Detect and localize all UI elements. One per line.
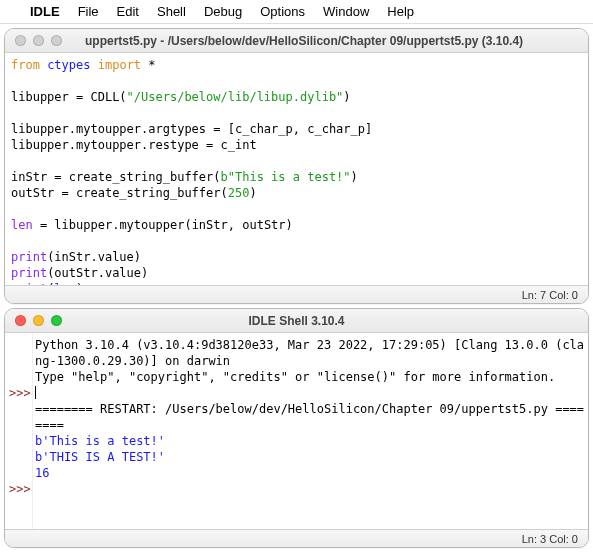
- close-icon[interactable]: [15, 35, 26, 46]
- shell-statusbar: Ln: 3 Col: 0: [5, 529, 588, 547]
- menu-window[interactable]: Window: [323, 4, 369, 19]
- zoom-icon[interactable]: [51, 35, 62, 46]
- builtin-print: print: [11, 282, 47, 285]
- shell-output-line: 16: [35, 466, 49, 480]
- shell-title: IDLE Shell 3.10.4: [5, 314, 588, 328]
- menu-options[interactable]: Options: [260, 4, 305, 19]
- prompt-icon: >>>: [9, 481, 32, 497]
- shell-gutter: >>> >>>: [5, 333, 33, 529]
- builtin-len: len: [54, 282, 76, 285]
- code-text: outStr = create_string_buffer(: [11, 186, 228, 200]
- shell-output-line: b'This is a test!': [35, 434, 165, 448]
- menu-help[interactable]: Help: [387, 4, 414, 19]
- shell-window: IDLE Shell 3.10.4 >>> >>> Python 3.10.4 …: [4, 308, 589, 548]
- prompt-icon: >>>: [9, 385, 32, 401]
- zoom-icon[interactable]: [51, 315, 62, 326]
- shell-restart: ====: [35, 418, 64, 432]
- code-text: *: [141, 58, 155, 72]
- menu-debug[interactable]: Debug: [204, 4, 242, 19]
- menu-edit[interactable]: Edit: [117, 4, 139, 19]
- code-text: libupper.mytoupper.argtypes = [c_char_p,…: [11, 122, 372, 136]
- code-text: (inStr.value): [47, 250, 141, 264]
- macos-menubar: IDLE File Edit Shell Debug Options Windo…: [0, 0, 593, 24]
- string-literal: b"This is a test!": [221, 170, 351, 184]
- kw-import: import: [98, 58, 141, 72]
- shell-restart: ======== RESTART: /Users/below/dev/Hello…: [35, 402, 584, 416]
- kw-from: from: [11, 58, 40, 72]
- code-text: inStr = create_string_buffer(: [11, 170, 221, 184]
- code-text: ): [351, 170, 358, 184]
- app-name[interactable]: IDLE: [30, 4, 60, 19]
- editor-window: uppertst5.py - /Users/below/dev/HelloSil…: [4, 28, 589, 304]
- menu-shell[interactable]: Shell: [157, 4, 186, 19]
- code-text: (outStr.value): [47, 266, 148, 280]
- editor-title: uppertst5.py - /Users/below/dev/HelloSil…: [5, 34, 588, 48]
- shell-output[interactable]: Python 3.10.4 (v3.10.4:9d38120e33, Mar 2…: [33, 333, 588, 529]
- string-literal: "/Users/below/lib/libup.dylib": [127, 90, 344, 104]
- code-text: = libupper.mytoupper(inStr, outStr): [33, 218, 293, 232]
- builtin-len: len: [11, 218, 33, 232]
- shell-cursor-pos: Ln: 3 Col: 0: [522, 533, 578, 545]
- code-text: ): [249, 186, 256, 200]
- shell-banner: Python 3.10.4 (v3.10.4:9d38120e33, Mar 2…: [35, 338, 584, 352]
- code-editor[interactable]: from ctypes import * libupper = CDLL("/U…: [5, 53, 588, 285]
- minimize-icon[interactable]: [33, 315, 44, 326]
- code-text: ): [76, 282, 83, 285]
- menu-file[interactable]: File: [78, 4, 99, 19]
- shell-banner: ng-1300.0.29.30)] on darwin: [35, 354, 230, 368]
- builtin-print: print: [11, 250, 47, 264]
- builtin-print: print: [11, 266, 47, 280]
- shell-output-line: b'THIS IS A TEST!': [35, 450, 165, 464]
- text-cursor: [35, 386, 36, 399]
- editor-titlebar[interactable]: uppertst5.py - /Users/below/dev/HelloSil…: [5, 29, 588, 53]
- shell-banner: Type "help", "copyright", "credits" or "…: [35, 370, 555, 384]
- editor-cursor-pos: Ln: 7 Col: 0: [522, 289, 578, 301]
- shell-titlebar[interactable]: IDLE Shell 3.10.4: [5, 309, 588, 333]
- traffic-lights: [5, 315, 62, 326]
- editor-statusbar: Ln: 7 Col: 0: [5, 285, 588, 303]
- mod-ctypes: ctypes: [47, 58, 90, 72]
- traffic-lights: [5, 35, 62, 46]
- code-text: libupper = CDLL(: [11, 90, 127, 104]
- num-literal: 250: [228, 186, 250, 200]
- code-text: ): [343, 90, 350, 104]
- close-icon[interactable]: [15, 315, 26, 326]
- minimize-icon[interactable]: [33, 35, 44, 46]
- code-text: libupper.mytoupper.restype = c_int: [11, 138, 257, 152]
